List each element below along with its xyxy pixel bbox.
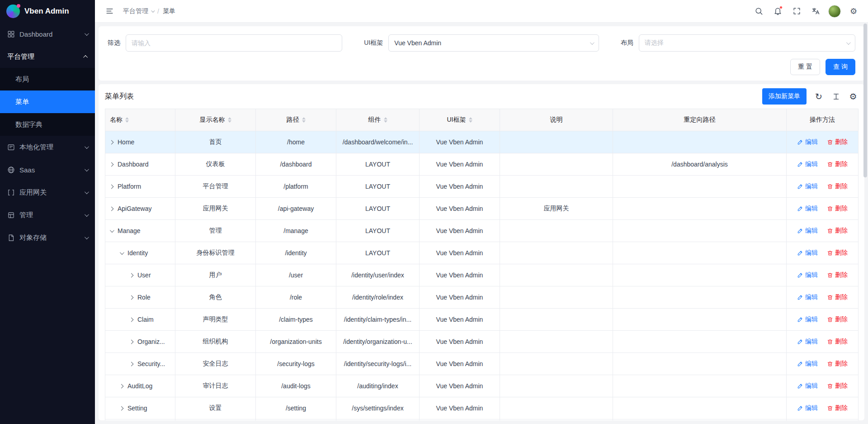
expand-chevron-icon[interactable] xyxy=(119,384,124,388)
delete-button[interactable]: 删除 xyxy=(827,382,848,390)
sidebar-item-data-dictionary[interactable]: 数据字典 xyxy=(0,113,95,136)
table-row[interactable]: Security... 安全日志 /security-logs /identit… xyxy=(105,353,859,375)
notification-bell-icon[interactable] xyxy=(771,5,784,18)
sidebar-item-app-gateway[interactable]: 应用网关 xyxy=(0,181,95,204)
edit-button[interactable]: 编辑 xyxy=(797,271,818,279)
add-menu-button[interactable]: 添加新菜单 xyxy=(762,88,807,105)
sidebar-item-layout[interactable]: 布局 xyxy=(0,68,95,91)
app-logo[interactable]: Vben Admin xyxy=(0,0,95,23)
table-row[interactable]: Dashboard 仪表板 /dashboard LAYOUT Vue Vben… xyxy=(105,153,859,176)
expand-chevron-icon[interactable] xyxy=(109,162,114,167)
table-row[interactable]: Claim 声明类型 /claim-types /identity/claim-… xyxy=(105,309,859,331)
actions-cell: 编辑 删除 xyxy=(787,198,859,220)
delete-button[interactable]: 删除 xyxy=(827,160,848,168)
framework-select[interactable]: Vue Vben Admin xyxy=(388,34,599,52)
column-header-framework[interactable]: UI框架 xyxy=(420,109,500,131)
menu-table: 名称 显示名称 路径 组件 xyxy=(105,109,859,420)
delete-button[interactable]: 删除 xyxy=(827,227,848,235)
expand-chevron-icon[interactable] xyxy=(120,250,124,255)
row-height-icon[interactable] xyxy=(831,91,841,101)
sort-icon[interactable] xyxy=(384,117,387,123)
edit-button[interactable]: 编辑 xyxy=(797,315,818,324)
table-row[interactable]: Home 首页 /home /dashboard/welcome/in... V… xyxy=(105,131,859,153)
edit-button[interactable]: 编辑 xyxy=(797,360,818,368)
redirect-cell xyxy=(613,375,787,397)
table-row[interactable]: Manage 管理 /manage LAYOUT Vue Vben Admin … xyxy=(105,220,859,242)
search-button[interactable]: 查 询 xyxy=(826,59,855,75)
delete-button[interactable]: 删除 xyxy=(827,293,848,301)
delete-button[interactable]: 删除 xyxy=(827,315,848,324)
sidebar-toggle-icon[interactable] xyxy=(103,5,116,18)
filter-field-name: 筛选 xyxy=(108,34,342,52)
edit-button[interactable]: 编辑 xyxy=(797,205,818,213)
expand-chevron-icon[interactable] xyxy=(129,273,134,277)
table-settings-gear-icon[interactable]: ⚙ xyxy=(848,91,858,101)
delete-button[interactable]: 删除 xyxy=(827,182,848,191)
settings-gear-icon[interactable]: ⚙ xyxy=(847,5,860,18)
edit-button[interactable]: 编辑 xyxy=(797,138,818,146)
table-row[interactable]: Platform 平台管理 /platform LAYOUT Vue Vben … xyxy=(105,176,859,198)
edit-button[interactable]: 编辑 xyxy=(797,293,818,301)
breadcrumb-parent[interactable]: 平台管理 xyxy=(123,7,154,15)
edit-button[interactable]: 编辑 xyxy=(797,338,818,346)
delete-button[interactable]: 删除 xyxy=(827,404,848,412)
delete-button[interactable]: 删除 xyxy=(827,360,848,368)
table-row[interactable]: Role 角色 /role /identity/role/index Vue V… xyxy=(105,286,859,309)
translate-icon[interactable] xyxy=(809,5,822,18)
sidebar-item-object-storage[interactable]: 对象存储 xyxy=(0,226,95,249)
edit-button[interactable]: 编辑 xyxy=(797,382,818,390)
sort-icon[interactable] xyxy=(302,117,306,123)
delete-button[interactable]: 删除 xyxy=(827,249,848,257)
column-header-display-name[interactable]: 显示名称 xyxy=(175,109,256,131)
fullscreen-icon[interactable] xyxy=(790,5,803,18)
page-scrollbar[interactable] xyxy=(863,24,867,422)
table-row[interactable]: Setting 设置 /setting /sys/settings/index … xyxy=(105,397,859,419)
expand-chevron-icon[interactable] xyxy=(109,206,114,211)
layout-select[interactable]: 请选择 xyxy=(639,34,855,52)
table-row[interactable]: AuditLog 审计日志 /audit-logs /auditing/inde… xyxy=(105,375,859,397)
expand-chevron-icon[interactable] xyxy=(109,184,114,189)
expand-chevron-icon[interactable] xyxy=(129,295,134,300)
table-row[interactable]: User 用户 /user /identity/user/index Vue V… xyxy=(105,264,859,286)
user-avatar[interactable] xyxy=(828,5,841,18)
sort-icon[interactable] xyxy=(228,117,231,123)
filter-input[interactable] xyxy=(126,34,342,52)
column-header-component[interactable]: 组件 xyxy=(336,109,420,131)
expand-chevron-icon[interactable] xyxy=(129,339,134,344)
edit-button[interactable]: 编辑 xyxy=(797,160,818,168)
search-icon[interactable] xyxy=(752,5,765,18)
sidebar-item-platform[interactable]: 平台管理 xyxy=(0,45,95,68)
delete-button[interactable]: 删除 xyxy=(827,338,848,346)
delete-button[interactable]: 删除 xyxy=(827,138,848,146)
delete-button[interactable]: 删除 xyxy=(827,205,848,213)
refresh-icon[interactable]: ↻ xyxy=(814,91,824,101)
reset-button[interactable]: 重 置 xyxy=(790,59,820,75)
column-header-name[interactable]: 名称 xyxy=(105,109,175,131)
delete-button[interactable]: 删除 xyxy=(827,271,848,279)
sidebar-item-localization[interactable]: 本地化管理 xyxy=(0,136,95,158)
edit-button[interactable]: 编辑 xyxy=(797,227,818,235)
table-row[interactable]: Identity 身份标识管理 /identity LAYOUT Vue Vbe… xyxy=(105,242,859,264)
sort-icon[interactable] xyxy=(469,117,472,123)
expand-chevron-icon[interactable] xyxy=(119,406,124,410)
table-row[interactable]: ApiGateway 应用网关 /api-gateway LAYOUT Vue … xyxy=(105,198,859,220)
expand-chevron-icon[interactable] xyxy=(109,140,114,144)
component-cell: /identity/role/index xyxy=(336,286,420,309)
expand-chevron-icon[interactable] xyxy=(129,317,134,322)
edit-button[interactable]: 编辑 xyxy=(797,249,818,257)
display-name-cell: 用户 xyxy=(175,264,256,286)
sidebar-item-menu[interactable]: 菜单 xyxy=(0,91,95,113)
column-header-path[interactable]: 路径 xyxy=(256,109,336,131)
table-row[interactable] xyxy=(105,419,859,421)
sidebar-item-manage[interactable]: 管理 xyxy=(0,204,95,226)
scrollbar-thumb[interactable] xyxy=(863,24,867,177)
edit-button[interactable]: 编辑 xyxy=(797,182,818,191)
sidebar-item-dashboard[interactable]: Dashboard xyxy=(0,23,95,45)
sidebar-item-saas[interactable]: Saas xyxy=(0,158,95,181)
sort-icon[interactable] xyxy=(125,117,129,123)
edit-button[interactable]: 编辑 xyxy=(797,404,818,412)
expand-chevron-icon[interactable] xyxy=(110,228,114,233)
component-cell: /sys/settings/index xyxy=(336,397,420,419)
expand-chevron-icon[interactable] xyxy=(129,362,134,366)
table-row[interactable]: Organiz... 组织机构 /organization-units /ide… xyxy=(105,331,859,353)
